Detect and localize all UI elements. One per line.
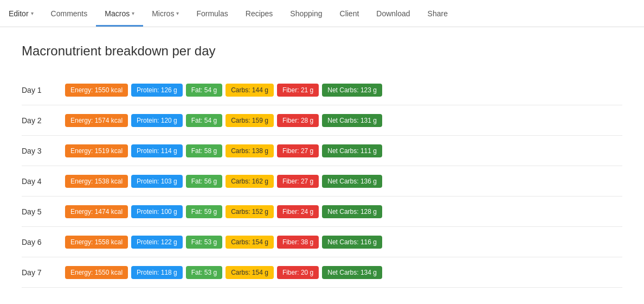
table-row: Day 4Energy: 1538 kcalProtein: 103 gFat:… [22,166,622,197]
fat-badge: Fat: 53 g [186,236,222,249]
nav-item-recipes[interactable]: Recipes [237,0,282,27]
nav-item-formulas[interactable]: Formulas [188,0,236,27]
table-row: Day 3Energy: 1519 kcalProtein: 114 gFat:… [22,136,622,166]
fiber-badge: Fiber: 24 g [277,205,319,218]
nav-item-editor[interactable]: Editor▾ [0,0,42,27]
badge-group: Energy: 1538 kcalProtein: 103 gFat: 56 g… [65,175,382,188]
netcarbs-badge: Net Carbs: 128 g [322,205,382,218]
nav-item-micros[interactable]: Micros▾ [143,0,188,27]
energy-badge: Energy: 1574 kcal [65,114,128,127]
netcarbs-badge: Net Carbs: 134 g [322,266,382,279]
protein-badge: Protein: 120 g [131,114,183,127]
fiber-badge: Fiber: 38 g [277,236,319,249]
chevron-down-icon: ▾ [132,10,134,16]
day-label: Day 2 [22,116,65,125]
netcarbs-badge: Net Carbs: 131 g [322,114,382,127]
protein-badge: Protein: 118 g [131,266,183,279]
table-row: Day 5Energy: 1474 kcalProtein: 100 gFat:… [22,197,622,227]
netcarbs-badge: Net Carbs: 136 g [322,175,382,188]
chevron-down-icon: ▾ [31,10,34,16]
fat-badge: Fat: 56 g [186,175,222,188]
netcarbs-badge: Net Carbs: 123 g [322,84,382,97]
energy-badge: Energy: 1550 kcal [65,84,128,97]
nav-item-macros[interactable]: Macros▾ [96,0,143,27]
nav-item-client[interactable]: Client [331,0,368,27]
day-label: Day 5 [22,207,65,216]
badge-group: Energy: 1558 kcalProtein: 122 gFat: 53 g… [65,236,382,249]
chevron-down-icon: ▾ [176,10,179,16]
table-row: Day 2Energy: 1574 kcalProtein: 120 gFat:… [22,105,622,136]
carbs-badge: Carbs: 154 g [226,236,274,249]
protein-badge: Protein: 100 g [131,205,183,218]
protein-badge: Protein: 126 g [131,84,183,97]
table-row: Day 1Energy: 1550 kcalProtein: 126 gFat:… [22,75,622,105]
fiber-badge: Fiber: 27 g [277,144,319,157]
energy-badge: Energy: 1538 kcal [65,175,128,188]
carbs-badge: Carbs: 144 g [226,84,274,97]
badge-group: Energy: 1550 kcalProtein: 126 gFat: 54 g… [65,84,382,97]
badge-group: Energy: 1550 kcalProtein: 118 gFat: 53 g… [65,266,382,279]
carbs-badge: Carbs: 138 g [226,144,274,157]
badge-group: Energy: 1474 kcalProtein: 100 gFat: 59 g… [65,205,382,218]
protein-badge: Protein: 114 g [131,144,183,157]
protein-badge: Protein: 103 g [131,175,183,188]
carbs-badge: Carbs: 154 g [226,266,274,279]
carbs-badge: Carbs: 162 g [226,175,274,188]
energy-badge: Energy: 1550 kcal [65,266,128,279]
netcarbs-badge: Net Carbs: 111 g [322,144,382,157]
day-label: Day 4 [22,177,65,186]
main-content: Macronutrient breakdown per day Day 1Ene… [0,27,644,304]
netcarbs-badge: Net Carbs: 116 g [322,236,382,249]
energy-badge: Energy: 1474 kcal [65,205,128,218]
fiber-badge: Fiber: 27 g [277,175,319,188]
carbs-badge: Carbs: 159 g [226,114,274,127]
nav-item-comments[interactable]: Comments [42,0,96,27]
nav-item-download[interactable]: Download [368,0,418,27]
fat-badge: Fat: 58 g [186,144,222,157]
day-label: Day 3 [22,147,65,155]
carbs-badge: Carbs: 152 g [226,205,274,218]
fiber-badge: Fiber: 20 g [277,266,319,279]
fat-badge: Fat: 59 g [186,205,222,218]
day-label: Day 1 [22,86,65,94]
page-title: Macronutrient breakdown per day [22,43,622,59]
main-nav: Editor▾CommentsMacros▾Micros▾FormulasRec… [0,0,644,27]
nav-item-share[interactable]: Share [419,0,456,27]
days-table: Day 1Energy: 1550 kcalProtein: 126 gFat:… [22,75,622,288]
fiber-badge: Fiber: 28 g [277,114,319,127]
day-label: Day 7 [22,268,65,277]
badge-group: Energy: 1519 kcalProtein: 114 gFat: 58 g… [65,144,382,157]
fat-badge: Fat: 53 g [186,266,222,279]
fat-badge: Fat: 54 g [186,84,222,97]
table-row: Day 6Energy: 1558 kcalProtein: 122 gFat:… [22,227,622,257]
day-label: Day 6 [22,238,65,246]
table-row: Day 7Energy: 1550 kcalProtein: 118 gFat:… [22,257,622,288]
energy-badge: Energy: 1558 kcal [65,236,128,249]
protein-badge: Protein: 122 g [131,236,183,249]
energy-badge: Energy: 1519 kcal [65,144,128,157]
fat-badge: Fat: 54 g [186,114,222,127]
nav-item-shopping[interactable]: Shopping [281,0,331,27]
fiber-badge: Fiber: 21 g [277,84,319,97]
badge-group: Energy: 1574 kcalProtein: 120 gFat: 54 g… [65,114,382,127]
